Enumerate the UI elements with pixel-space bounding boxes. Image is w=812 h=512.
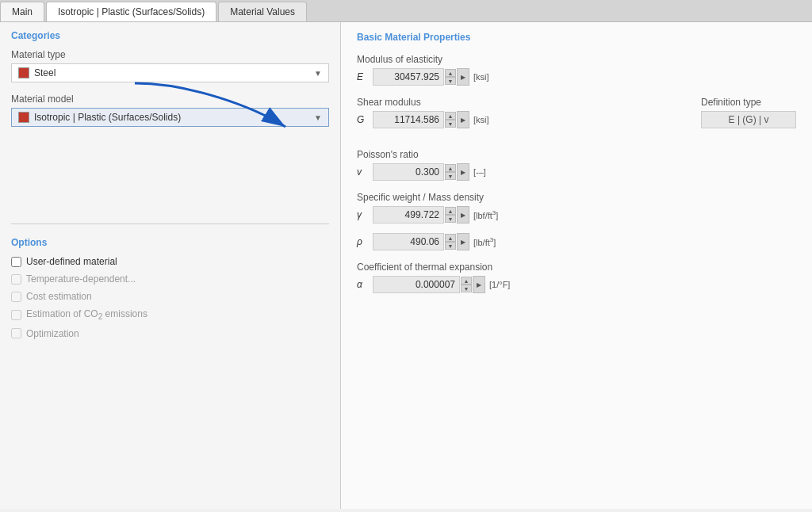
poisson-input[interactable] — [373, 163, 444, 181]
options-section: Options User-defined material Temperatur… — [11, 237, 329, 345]
option-co2-emissions: Estimation of CO2 emissions — [11, 308, 329, 321]
modulus-unit: [ksi] — [473, 72, 517, 82]
option-cost-estimation: Cost estimation — [11, 291, 329, 302]
rho-symbol: ρ — [357, 236, 373, 247]
modulus-spin-down[interactable]: ▼ — [445, 77, 456, 85]
modulus-input[interactable] — [373, 68, 444, 86]
specific-weight-block: Specific weight / Mass density γ ▲ ▼ ▶ [… — [357, 192, 796, 250]
gamma-input[interactable] — [373, 206, 444, 224]
right-panel: Basic Material Properties Modulus of ela… — [341, 22, 812, 509]
cost-estimation-checkbox[interactable] — [11, 292, 21, 302]
temp-dependent-checkbox[interactable] — [11, 274, 21, 285]
alpha-spin-up[interactable]: ▲ — [461, 277, 472, 285]
material-model-dropdown[interactable]: Isotropic | Plastic (Surfaces/Solids) ▼ — [11, 108, 329, 127]
left-panel: Categories Material type Steel ▼ Materia… — [0, 22, 341, 509]
alpha-arrow-btn[interactable]: ▶ — [473, 276, 485, 293]
gamma-unit: [lbf/ft3] — [473, 209, 517, 220]
optimization-checkbox[interactable] — [11, 328, 21, 338]
cost-estimation-label: Cost estimation — [26, 291, 92, 302]
option-temp-dependent: Temperature-dependent... — [11, 273, 329, 285]
material-model-value: Isotropic | Plastic (Surfaces/Solids) — [34, 112, 181, 123]
shear-row: G ▲ ▼ ▶ [ksi] — [357, 111, 517, 128]
basic-material-properties-title: Basic Material Properties — [357, 32, 796, 43]
temp-dependent-label: Temperature-dependent... — [26, 273, 136, 285]
shear-label: Shear modulus — [357, 97, 517, 108]
content-area: Categories Material type Steel ▼ Materia… — [0, 22, 812, 509]
alpha-symbol: α — [357, 279, 373, 290]
shear-spin-down[interactable]: ▼ — [445, 120, 456, 128]
shear-unit: [ksi] — [473, 115, 517, 124]
rho-unit: [lb/ft3] — [473, 236, 517, 247]
shear-symbol: G — [357, 114, 373, 125]
option-optimization: Optimization — [11, 328, 329, 339]
shear-block: Shear modulus G ▲ ▼ ▶ [ksi] — [357, 97, 796, 138]
rho-spin-up[interactable]: ▲ — [445, 234, 456, 242]
optimization-label: Optimization — [26, 328, 79, 339]
alpha-row: α ▲ ▼ ▶ [1/°F] — [357, 276, 796, 293]
poisson-block: Poisson's ratio v ▲ ▼ ▶ [-–] — [357, 149, 796, 181]
modulus-arrow-btn[interactable]: ▶ — [457, 68, 469, 86]
shear-input[interactable] — [373, 111, 444, 128]
poisson-label: Poisson's ratio — [357, 149, 796, 160]
gamma-symbol: γ — [357, 209, 373, 220]
poisson-spin-down[interactable]: ▼ — [445, 172, 456, 180]
options-title: Options — [11, 237, 329, 248]
def-type-value: E | (G) | v — [701, 111, 796, 128]
material-type-label: Material type — [11, 49, 329, 60]
poisson-symbol: v — [357, 166, 373, 178]
user-defined-checkbox[interactable] — [11, 257, 21, 267]
material-color-box — [18, 67, 29, 78]
thermal-block: Coefficient of thermal expansion α ▲ ▼ ▶… — [357, 262, 796, 293]
material-type-group: Material type Steel ▼ — [11, 49, 329, 82]
option-user-defined: User-defined material — [11, 256, 329, 267]
shear-spin-up[interactable]: ▲ — [445, 112, 456, 120]
poisson-arrow-btn[interactable]: ▶ — [457, 163, 469, 181]
material-model-arrow-icon: ▼ — [314, 113, 322, 122]
material-type-value: Steel — [34, 67, 56, 78]
tab-bar: Main Isotropic | Plastic (Surfaces/Solid… — [0, 0, 812, 22]
modulus-symbol: E — [357, 71, 373, 82]
gamma-spin-up[interactable]: ▲ — [445, 207, 456, 215]
tab-main[interactable]: Main — [0, 2, 44, 21]
alpha-input[interactable] — [373, 276, 460, 293]
poisson-row: v ▲ ▼ ▶ [-–] — [357, 163, 796, 181]
shear-arrow-btn[interactable]: ▶ — [457, 111, 469, 128]
model-color-box — [18, 112, 29, 123]
modulus-block: Modulus of elasticity E ▲ ▼ ▶ [ksi] — [357, 54, 796, 86]
material-model-label: Material model — [11, 94, 329, 105]
thermal-label: Coefficient of thermal expansion — [357, 262, 796, 273]
alpha-unit: [1/°F] — [489, 280, 533, 289]
material-type-arrow-icon: ▼ — [314, 69, 322, 78]
rho-arrow-btn[interactable]: ▶ — [457, 233, 469, 250]
rho-row: ρ ▲ ▼ ▶ [lb/ft3] — [357, 233, 796, 250]
rho-spin-down[interactable]: ▼ — [445, 242, 456, 250]
gamma-arrow-btn[interactable]: ▶ — [457, 206, 469, 224]
co2-emissions-label: Estimation of CO2 emissions — [26, 308, 147, 321]
tab-isotropic[interactable]: Isotropic | Plastic (Surfaces/Solids) — [46, 2, 216, 21]
user-defined-label: User-defined material — [26, 256, 117, 267]
def-type-label: Definition type — [701, 97, 796, 108]
material-type-dropdown[interactable]: Steel ▼ — [11, 63, 329, 82]
gamma-row: γ ▲ ▼ ▶ [lbf/ft3] — [357, 206, 796, 224]
modulus-label: Modulus of elasticity — [357, 54, 796, 65]
gamma-spin-down[interactable]: ▼ — [445, 215, 456, 223]
alpha-spin-down[interactable]: ▼ — [461, 285, 472, 292]
divider — [11, 224, 329, 224]
categories-title: Categories — [11, 30, 329, 41]
tab-material-values[interactable]: Material Values — [218, 2, 307, 21]
rho-input[interactable] — [373, 233, 444, 250]
specific-label: Specific weight / Mass density — [357, 192, 796, 203]
poisson-spin-up[interactable]: ▲ — [445, 164, 456, 172]
poisson-unit: [-–] — [473, 167, 517, 177]
modulus-row: E ▲ ▼ ▶ [ksi] — [357, 68, 796, 86]
modulus-spin-up[interactable]: ▲ — [445, 69, 456, 77]
co2-emissions-checkbox[interactable] — [11, 310, 21, 320]
material-model-group: Material model Isotropic | Plastic (Surf… — [11, 94, 329, 127]
